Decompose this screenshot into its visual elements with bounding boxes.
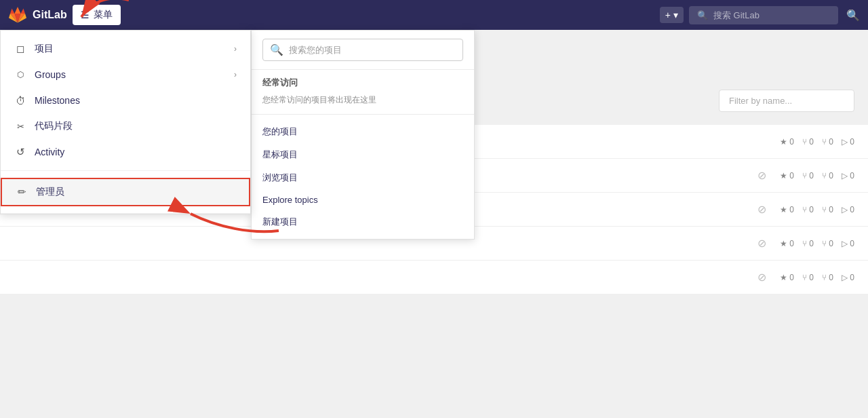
merge-stat: ⑂ 0 [822, 137, 833, 147]
snippets-label: 代码片段 [35, 120, 237, 132]
forks-stat: ⑂ 0 [802, 137, 814, 147]
menu-item-snippets[interactable]: ✂ 代码片段 [1, 113, 250, 139]
projects-sub-panel: 🔍 经常访问 您经常访问的项目将出现在这里 您的项目 星标项目 浏览项目 Exp… [251, 30, 475, 240]
menu-nav-section: ◻ 项目 › ⬡ Groups › ⏱ Milestones ✂ 代码片段 [1, 31, 250, 171]
forks-stat: ⑂ 0 [802, 205, 814, 214]
filter-placeholder: Filter by name... [729, 96, 792, 106]
search-icon: 🔍 [270, 43, 283, 56]
issues-stat: ▷ 0 [842, 171, 854, 180]
projects-icon: ◻ [14, 43, 26, 55]
stars-stat: ★ 0 [780, 205, 794, 214]
issues-stat: ▷ 0 [842, 273, 854, 282]
navbar-right: + ▾ 🔍 🔍 [660, 6, 860, 24]
row-stats: ⊘ ★ 0 ⑂ 0 ⑂ 0 ▷ 0 [757, 237, 854, 250]
starred-projects-link[interactable]: 星标项目 [252, 143, 474, 166]
admin-label: 管理员 [36, 186, 235, 198]
hamburger-icon: ☰ [81, 10, 90, 20]
activity-icon: ↺ [14, 146, 26, 158]
stars-stat: ★ 0 [780, 137, 794, 147]
chevron-right-icon: › [234, 70, 237, 79]
menu-item-activity[interactable]: ↺ Activity [1, 139, 250, 165]
main-dropdown-menu: ◻ 项目 › ⬡ Groups › ⏱ Milestones ✂ 代码片段 [0, 30, 251, 214]
issues-stat: ▷ 0 [842, 239, 854, 248]
chevron-down-icon: ▾ [673, 10, 678, 20]
blocked-icon: ⊘ [757, 237, 766, 250]
page-wrapper: GitLab ☰ 菜单 + ▾ 🔍 🔍 [0, 0, 868, 418]
row-stats: ⊘ ★ 0 ⑂ 0 ⑂ 0 ▷ 0 [757, 271, 854, 284]
create-new-button[interactable]: + ▾ [660, 7, 684, 23]
frequent-desc: 您经常访问的项目将出现在这里 [252, 92, 474, 114]
menu-item-projects[interactable]: ◻ 项目 › [1, 36, 250, 62]
plus-icon: + [665, 10, 671, 20]
global-search-input[interactable] [713, 10, 822, 20]
frequent-label: 经常访问 [252, 70, 474, 92]
merge-stat: ⑂ 0 [822, 273, 833, 282]
menu-item-groups[interactable]: ⬡ Groups › [1, 62, 250, 88]
project-search-box[interactable]: 🔍 [262, 39, 463, 61]
row-stats: ⊘ ★ 0 ⑂ 0 ⑂ 0 ▷ 0 [757, 203, 854, 216]
blocked-icon: ⊘ [757, 169, 766, 182]
project-search-section: 🔍 [252, 31, 474, 70]
milestones-icon: ⏱ [14, 94, 26, 107]
activity-label: Activity [35, 147, 237, 157]
issues-stat: ▷ 0 [842, 137, 854, 147]
blocked-icon: ⊘ [757, 271, 766, 284]
merge-stat: ⑂ 0 [822, 239, 833, 248]
gitlab-logo-icon [8, 5, 27, 24]
new-project-link[interactable]: 新建项目 [252, 210, 474, 233]
forks-stat: ⑂ 0 [802, 171, 814, 180]
project-links-section: 您的项目 星标项目 浏览项目 Explore topics 新建项目 [252, 114, 474, 239]
stars-stat: ★ 0 [780, 171, 794, 180]
gitlab-brand-text: GitLab [33, 9, 67, 21]
menu-item-milestones[interactable]: ⏱ Milestones [1, 88, 250, 113]
menu-button[interactable]: ☰ 菜单 [73, 5, 121, 25]
menu-admin-section: ✏ 管理员 [1, 171, 250, 214]
forks-stat: ⑂ 0 [802, 239, 814, 248]
global-search-box[interactable]: 🔍 [689, 6, 838, 24]
snippets-icon: ✂ [14, 120, 26, 132]
issues-stat: ▷ 0 [842, 205, 854, 214]
merge-stat: ⑂ 0 [822, 171, 833, 180]
milestones-label: Milestones [35, 95, 237, 106]
filter-by-name-input[interactable]: Filter by name... [719, 90, 854, 112]
merge-stat: ⑂ 0 [822, 205, 833, 214]
search-submit-icon[interactable]: 🔍 [846, 9, 860, 22]
row-stats: ★ 0 ⑂ 0 ⑂ 0 ▷ 0 [780, 137, 854, 147]
your-projects-link[interactable]: 您的项目 [252, 120, 474, 143]
search-icon: 🔍 [697, 10, 708, 20]
project-search-input[interactable] [289, 45, 456, 55]
stars-stat: ★ 0 [780, 273, 794, 282]
menu-button-label: 菜单 [94, 9, 113, 21]
row-stats: ⊘ ★ 0 ⑂ 0 ⑂ 0 ▷ 0 [757, 169, 854, 182]
blocked-icon: ⊘ [757, 203, 766, 216]
forks-stat: ⑂ 0 [802, 273, 814, 282]
navbar: GitLab ☰ 菜单 + ▾ 🔍 🔍 [0, 0, 868, 30]
main-content: Filter by name... ★ 0 ⑂ 0 ⑂ 0 ▷ 0 ⊘ ★ 0 … [0, 30, 868, 418]
navbar-logo: GitLab [8, 5, 67, 24]
menu-item-admin[interactable]: ✏ 管理员 [1, 178, 250, 206]
explore-topics-link[interactable]: Explore topics [252, 189, 474, 210]
groups-icon: ⬡ [14, 69, 26, 81]
explore-projects-link[interactable]: 浏览项目 [252, 166, 474, 189]
stars-stat: ★ 0 [780, 239, 794, 248]
chevron-right-icon: › [234, 44, 237, 54]
groups-label: Groups [35, 69, 226, 80]
admin-icon: ✏ [16, 186, 28, 198]
projects-label: 项目 [35, 43, 226, 55]
table-row: ⊘ ★ 0 ⑂ 0 ⑂ 0 ▷ 0 [0, 261, 868, 294]
